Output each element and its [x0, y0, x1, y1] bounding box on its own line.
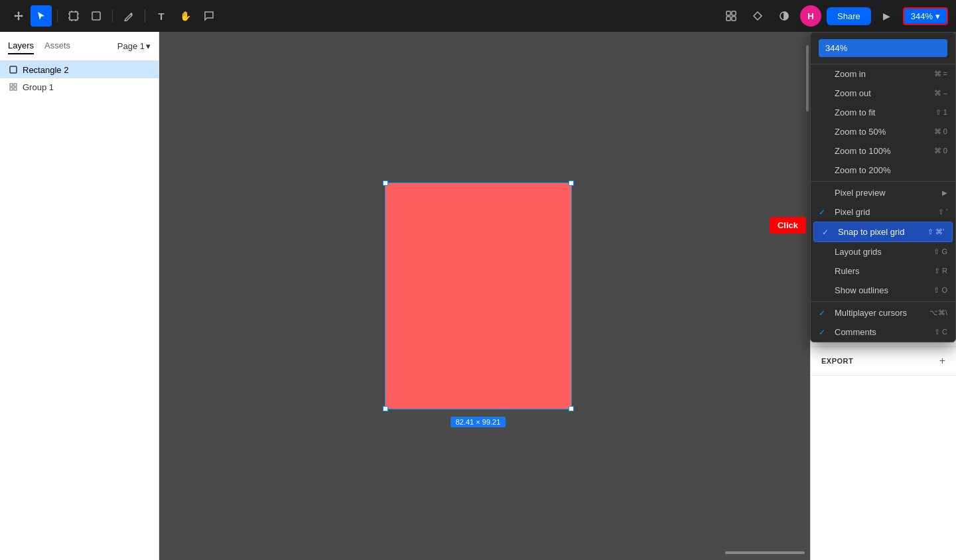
comment-tool-btn[interactable] — [198, 5, 220, 27]
group-layer-icon — [8, 82, 19, 92]
comments-shortcut: ⇧ C — [934, 328, 947, 336]
svg-rect-11 — [732, 11, 736, 15]
multiplayer-label: Multiplayer cursors — [835, 308, 924, 318]
pixel-preview-item[interactable]: Pixel preview ▶ — [811, 183, 955, 202]
main-tools — [8, 5, 52, 27]
vscroll-thumb[interactable] — [806, 45, 809, 111]
svg-rect-18 — [14, 84, 17, 86]
components-btn[interactable] — [720, 5, 742, 27]
user-avatar: H — [800, 5, 821, 27]
layer-item-group1[interactable]: Group 1 — [0, 78, 159, 96]
svg-rect-20 — [14, 88, 17, 90]
export-section: Export + — [811, 347, 956, 376]
export-add-btn[interactable]: + — [939, 355, 945, 367]
size-label: 82.41 × 99.21 — [450, 417, 506, 427]
zoom-fit-shortcut: ⇧ 1 — [935, 108, 947, 117]
snap-pixel-label: Snap to pixel grid — [838, 227, 922, 237]
layer-label-group1: Group 1 — [23, 82, 54, 92]
zoom-dropdown-btn[interactable]: 344% ▾ — [903, 7, 948, 25]
snap-pixel-shortcut: ⇧ ⌘' — [927, 228, 944, 236]
page-chevron-icon: ▾ — [146, 41, 151, 51]
assets-tab[interactable]: Assets — [44, 38, 70, 54]
svg-rect-0 — [70, 12, 78, 20]
vertical-scrollbar[interactable] — [805, 32, 810, 560]
zoom-50-label: Zoom to 50% — [835, 127, 929, 137]
show-outlines-label: Show outlines — [835, 285, 928, 295]
pixel-preview-label: Pixel preview — [835, 188, 937, 198]
show-outlines-item[interactable]: Show outlines ⇧ O — [811, 281, 955, 300]
multiplayer-cursors-item[interactable]: ✓ Multiplayer cursors ⌥⌘\ — [811, 303, 955, 322]
show-outlines-shortcut: ⇧ O — [933, 286, 947, 295]
svg-rect-10 — [726, 11, 730, 15]
svg-rect-16 — [10, 66, 17, 73]
right-panel-bottom: Effects + Export + — [810, 318, 956, 560]
svg-rect-17 — [10, 84, 13, 86]
zoom-50-item[interactable]: Zoom to 50% ⌘ 0 — [811, 122, 955, 141]
divider-1 — [57, 9, 58, 23]
top-toolbar: T ✋ H Share ▶ 344% ▾ — [0, 0, 956, 32]
zoom-100-shortcut: ⌘ 0 — [934, 147, 947, 155]
left-sidebar: Layers Assets Page 1 ▾ Rectangle 2 Group… — [0, 32, 159, 560]
toolbar-right: H Share ▶ 344% ▾ — [720, 5, 948, 27]
handle-bl[interactable] — [383, 406, 388, 411]
contrast-btn[interactable] — [774, 5, 795, 27]
multiplayer-check: ✓ — [819, 309, 829, 318]
pixel-preview-arrow: ▶ — [942, 189, 947, 196]
horizontal-scrollbar[interactable] — [165, 551, 805, 555]
zoom-out-label: Zoom out — [835, 88, 929, 98]
share-button[interactable]: Share — [827, 7, 871, 25]
zoom-200-item[interactable]: Zoom to 200% — [811, 161, 955, 180]
zoom-input[interactable] — [819, 39, 947, 57]
zoom-fit-label: Zoom to fit — [835, 107, 930, 117]
click-badge: Click — [770, 217, 806, 234]
layers-tab[interactable]: Layers — [8, 38, 34, 54]
menu-sep-1 — [811, 181, 955, 182]
page-selector[interactable]: Page 1 ▾ — [117, 41, 151, 51]
rulers-item[interactable]: Rulers ⇧ R — [811, 261, 955, 281]
rectangle-shape[interactable] — [385, 183, 571, 409]
selection-box[interactable]: 82.41 × 99.21 — [385, 182, 572, 409]
menu-sep-2 — [811, 301, 955, 302]
comments-item[interactable]: ✓ Comments ⇧ C — [811, 322, 955, 342]
svg-rect-12 — [726, 17, 730, 21]
zoom-chevron-icon: ▾ — [935, 11, 940, 21]
shape-container: 82.41 × 99.21 — [385, 182, 572, 409]
export-title: Export — [821, 357, 853, 365]
divider-3 — [145, 9, 145, 23]
svg-rect-19 — [10, 88, 13, 90]
zoom-out-shortcut: ⌘ – — [934, 89, 947, 98]
snap-pixel-item[interactable]: ✓ Snap to pixel grid ⇧ ⌘' — [813, 222, 953, 242]
layout-grids-item[interactable]: Layout grids ⇧ G — [811, 242, 955, 261]
zoom-200-label: Zoom to 200% — [835, 165, 942, 175]
zoom-in-label: Zoom in — [835, 69, 929, 79]
pixel-grid-item[interactable]: ✓ Pixel grid ⇧ ' — [811, 202, 955, 222]
zoom-100-label: Zoom to 100% — [835, 146, 929, 156]
layer-item-rectangle2[interactable]: Rectangle 2 — [0, 61, 159, 78]
select-tool-btn[interactable] — [31, 5, 52, 27]
zoom-out-item[interactable]: Zoom out ⌘ – — [811, 84, 955, 103]
rectangle-layer-icon — [8, 64, 19, 75]
hscroll-thumb[interactable] — [725, 551, 805, 554]
pixel-grid-label: Pixel grid — [835, 207, 933, 217]
handle-br[interactable] — [569, 406, 574, 411]
pen-tool-btn[interactable] — [118, 5, 139, 27]
text-tool-btn[interactable]: T — [151, 5, 172, 27]
draw-tools — [118, 5, 139, 27]
layer-label-rectangle2: Rectangle 2 — [23, 65, 68, 75]
frame-tool-btn[interactable] — [63, 5, 84, 27]
play-button[interactable]: ▶ — [876, 5, 898, 27]
handle-tr[interactable] — [569, 180, 574, 186]
zoom-fit-item[interactable]: Zoom to fit ⇧ 1 — [811, 103, 955, 122]
assets-icon-btn[interactable] — [747, 5, 768, 27]
frame-tools — [63, 5, 107, 27]
zoom-in-item[interactable]: Zoom in ⌘ = — [811, 64, 955, 84]
snap-pixel-check: ✓ — [822, 228, 833, 237]
zoom-in-shortcut: ⌘ = — [934, 70, 947, 78]
multiplayer-shortcut: ⌥⌘\ — [929, 309, 947, 317]
move-tool-btn[interactable] — [8, 5, 29, 27]
shape-tool-btn[interactable] — [86, 5, 107, 27]
rulers-shortcut: ⇧ R — [934, 267, 947, 275]
zoom-100-item[interactable]: Zoom to 100% ⌘ 0 — [811, 141, 955, 161]
handle-tl[interactable] — [383, 180, 388, 186]
hand-tool-btn[interactable]: ✋ — [174, 5, 196, 27]
